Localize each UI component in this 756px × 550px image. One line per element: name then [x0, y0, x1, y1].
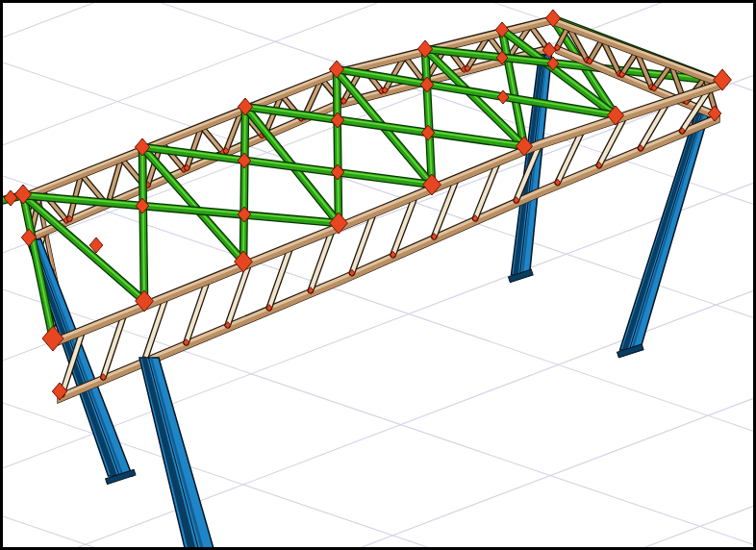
grid-line [0, 0, 756, 38]
model-viewport[interactable] [0, 0, 756, 550]
viewport-frame [0, 0, 756, 550]
connection-node [331, 112, 344, 128]
far-truss-web [201, 127, 222, 153]
near-left-column [139, 358, 214, 550]
near-left-column-g [139, 358, 214, 550]
roof-strut-2 [142, 146, 144, 301]
connection-node [238, 153, 251, 168]
near-left-column-flange-shade [141, 358, 196, 550]
roof-strut-4 [337, 70, 339, 223]
roof-strut-3 [243, 106, 245, 262]
grid-line [0, 515, 756, 550]
grid-line [0, 505, 756, 550]
near-left-column-edge-line [148, 358, 199, 550]
